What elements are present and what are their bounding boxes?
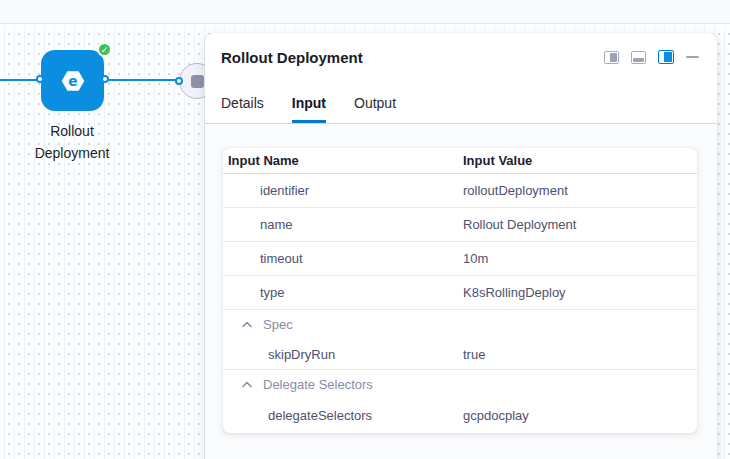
tab-details[interactable]: Details: [221, 93, 264, 123]
group-row-spec[interactable]: Spec: [223, 310, 697, 339]
step-details-panel: Rollout Deployment Details Input Output …: [205, 33, 717, 459]
k8s-rolling-deploy-icon: e: [58, 66, 88, 96]
stop-square-icon: [191, 75, 204, 88]
input-name: identifier: [223, 183, 463, 198]
layout-split-right-active-icon[interactable]: [658, 50, 674, 64]
chevron-up-icon[interactable]: [242, 381, 252, 388]
group-row-delegate-selectors[interactable]: Delegate Selectors: [223, 370, 697, 399]
input-table-card: Input Name Input Value identifier rollou…: [223, 148, 697, 433]
node-port-right[interactable]: [101, 75, 109, 83]
input-value: Rollout Deployment: [463, 217, 697, 232]
table-row-delegateselectors: delegateSelectors gcpdocplay: [223, 399, 697, 431]
input-name: name: [223, 217, 463, 232]
tab-input[interactable]: Input: [292, 93, 326, 123]
success-check-icon: ✓: [97, 42, 112, 57]
top-bar: [0, 0, 730, 24]
table-row-identifier: identifier rolloutDeployment: [223, 174, 697, 208]
chevron-up-icon[interactable]: [242, 321, 252, 328]
group-label: Delegate Selectors: [263, 377, 373, 392]
group-label: Spec: [263, 317, 293, 332]
step-node-label: Rollout Deployment: [11, 120, 133, 164]
connector-line: [103, 79, 181, 81]
table-row-timeout: timeout 10m: [223, 242, 697, 276]
app-screen: e ✓ Rollout Deployment Rollout Deploymen…: [0, 0, 730, 459]
input-value: 10m: [463, 251, 697, 266]
input-value: K8sRollingDeploy: [463, 285, 697, 300]
column-header-input-value: Input Value: [463, 153, 697, 168]
svg-text:e: e: [68, 72, 77, 88]
table-row-name: name Rollout Deployment: [223, 208, 697, 242]
input-value: true: [463, 347, 697, 362]
input-name: skipDryRun: [223, 347, 463, 362]
step-node-rollout-deployment[interactable]: e ✓: [41, 50, 104, 111]
table-row-type: type K8sRollingDeploy: [223, 276, 697, 310]
input-value: rolloutDeployment: [463, 183, 697, 198]
table-row-skipdryrun: skipDryRun true: [223, 339, 697, 370]
column-header-input-name: Input Name: [223, 153, 463, 168]
panel-tabs: Details Input Output: [221, 93, 396, 123]
panel-title: Rollout Deployment: [221, 49, 363, 66]
input-name: delegateSelectors: [223, 408, 463, 423]
input-value: gcpdocplay: [463, 408, 697, 423]
end-node-port[interactable]: [175, 77, 183, 85]
tab-output[interactable]: Output: [354, 93, 396, 123]
panel-controls: [604, 50, 699, 64]
panel-body: Input Name Input Value identifier rollou…: [205, 124, 717, 459]
minimize-icon[interactable]: [686, 56, 699, 58]
node-port-left[interactable]: [36, 75, 44, 83]
table-header-row: Input Name Input Value: [223, 148, 697, 174]
input-name: timeout: [223, 251, 463, 266]
layout-split-bottom-icon[interactable]: [631, 51, 646, 64]
layout-split-right-icon[interactable]: [604, 51, 619, 64]
input-name: type: [223, 285, 463, 300]
